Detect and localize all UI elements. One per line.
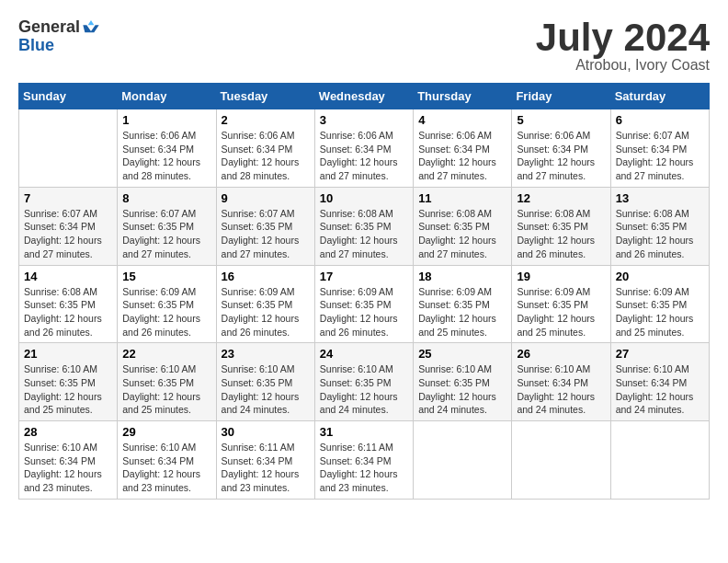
calendar-body: 1Sunrise: 6:06 AMSunset: 6:34 PMDaylight…	[19, 109, 710, 500]
calendar-table: SundayMondayTuesdayWednesdayThursdayFrid…	[18, 83, 710, 500]
day-info: Sunrise: 6:07 AMSunset: 6:35 PMDaylight:…	[122, 207, 210, 261]
calendar-cell: 19Sunrise: 6:09 AMSunset: 6:35 PMDayligh…	[512, 265, 610, 343]
calendar-cell: 27Sunrise: 6:10 AMSunset: 6:34 PMDayligh…	[610, 343, 709, 421]
calendar-cell: 14Sunrise: 6:08 AMSunset: 6:35 PMDayligh…	[19, 265, 118, 343]
calendar-cell	[512, 421, 610, 500]
day-info: Sunrise: 6:10 AMSunset: 6:34 PMDaylight:…	[517, 362, 605, 417]
week-row-1: 1Sunrise: 6:06 AMSunset: 6:34 PMDaylight…	[19, 109, 710, 188]
day-info: Sunrise: 6:09 AMSunset: 6:35 PMDaylight:…	[517, 285, 605, 339]
day-info: Sunrise: 6:06 AMSunset: 6:34 PMDaylight:…	[418, 129, 506, 183]
calendar-cell: 22Sunrise: 6:10 AMSunset: 6:35 PMDayligh…	[118, 343, 216, 421]
day-number: 18	[418, 270, 506, 283]
day-info: Sunrise: 6:06 AMSunset: 6:34 PMDaylight:…	[517, 129, 605, 183]
header-day-thursday: Thursday	[414, 84, 512, 109]
calendar-cell: 23Sunrise: 6:10 AMSunset: 6:35 PMDayligh…	[216, 343, 314, 421]
day-info: Sunrise: 6:10 AMSunset: 6:35 PMDaylight:…	[320, 362, 408, 417]
header-day-friday: Friday	[512, 84, 610, 109]
day-info: Sunrise: 6:10 AMSunset: 6:34 PMDaylight:…	[616, 362, 704, 417]
main-title: July 2024	[536, 18, 710, 57]
day-info: Sunrise: 6:10 AMSunset: 6:35 PMDaylight:…	[24, 362, 112, 417]
calendar-cell: 25Sunrise: 6:10 AMSunset: 6:35 PMDayligh…	[414, 343, 512, 421]
day-info: Sunrise: 6:08 AMSunset: 6:35 PMDaylight:…	[320, 207, 408, 261]
header-day-wednesday: Wednesday	[314, 84, 413, 109]
svg-marker-0	[83, 25, 98, 32]
day-info: Sunrise: 6:06 AMSunset: 6:34 PMDaylight:…	[122, 129, 210, 183]
day-number: 11	[418, 191, 506, 205]
day-number: 7	[24, 191, 112, 205]
day-number: 10	[320, 191, 408, 205]
day-number: 16	[222, 270, 310, 283]
week-row-5: 28Sunrise: 6:10 AMSunset: 6:34 PMDayligh…	[19, 421, 710, 500]
header-day-monday: Monday	[118, 84, 216, 109]
day-info: Sunrise: 6:06 AMSunset: 6:34 PMDaylight:…	[320, 129, 408, 183]
calendar-cell: 18Sunrise: 6:09 AMSunset: 6:35 PMDayligh…	[414, 265, 512, 343]
calendar-cell	[610, 421, 709, 500]
day-number: 19	[517, 270, 605, 283]
day-info: Sunrise: 6:10 AMSunset: 6:34 PMDaylight:…	[122, 441, 210, 495]
day-number: 17	[320, 270, 408, 283]
day-number: 13	[616, 191, 704, 205]
calendar-cell: 3Sunrise: 6:06 AMSunset: 6:34 PMDaylight…	[314, 109, 413, 188]
day-number: 29	[122, 425, 210, 439]
day-number: 24	[320, 347, 408, 361]
calendar-cell: 4Sunrise: 6:06 AMSunset: 6:34 PMDaylight…	[414, 109, 512, 188]
day-number: 4	[418, 113, 506, 127]
day-info: Sunrise: 6:09 AMSunset: 6:35 PMDaylight:…	[418, 285, 506, 339]
day-info: Sunrise: 6:09 AMSunset: 6:35 PMDaylight:…	[616, 285, 704, 339]
day-info: Sunrise: 6:09 AMSunset: 6:35 PMDaylight:…	[222, 285, 310, 339]
day-number: 22	[122, 347, 210, 361]
day-info: Sunrise: 6:10 AMSunset: 6:35 PMDaylight:…	[122, 362, 210, 417]
logo-blue-text: Blue	[18, 37, 100, 55]
day-info: Sunrise: 6:11 AMSunset: 6:34 PMDaylight:…	[320, 441, 408, 495]
title-block: July 2024 Atrobou, Ivory Coast	[536, 18, 710, 74]
day-number: 31	[320, 425, 408, 439]
calendar-cell: 9Sunrise: 6:07 AMSunset: 6:35 PMDaylight…	[216, 187, 314, 265]
day-number: 9	[222, 191, 310, 205]
day-info: Sunrise: 6:09 AMSunset: 6:35 PMDaylight:…	[320, 285, 408, 339]
calendar-cell: 5Sunrise: 6:06 AMSunset: 6:34 PMDaylight…	[512, 109, 610, 188]
calendar-header: SundayMondayTuesdayWednesdayThursdayFrid…	[19, 84, 710, 109]
calendar-cell	[19, 109, 118, 188]
logo: General Blue	[18, 18, 100, 55]
day-number: 25	[418, 347, 506, 361]
day-info: Sunrise: 6:11 AMSunset: 6:34 PMDaylight:…	[222, 441, 310, 495]
calendar-cell: 31Sunrise: 6:11 AMSunset: 6:34 PMDayligh…	[314, 421, 413, 500]
calendar-cell: 12Sunrise: 6:08 AMSunset: 6:35 PMDayligh…	[512, 187, 610, 265]
day-info: Sunrise: 6:08 AMSunset: 6:35 PMDaylight:…	[24, 285, 112, 339]
day-info: Sunrise: 6:08 AMSunset: 6:35 PMDaylight:…	[517, 207, 605, 261]
calendar-cell: 17Sunrise: 6:09 AMSunset: 6:35 PMDayligh…	[314, 265, 413, 343]
svg-marker-1	[88, 20, 95, 25]
week-row-2: 7Sunrise: 6:07 AMSunset: 6:34 PMDaylight…	[19, 187, 710, 265]
day-number: 27	[616, 347, 704, 361]
calendar-cell: 24Sunrise: 6:10 AMSunset: 6:35 PMDayligh…	[314, 343, 413, 421]
calendar-cell: 1Sunrise: 6:06 AMSunset: 6:34 PMDaylight…	[118, 109, 216, 188]
week-row-3: 14Sunrise: 6:08 AMSunset: 6:35 PMDayligh…	[19, 265, 710, 343]
calendar-cell	[414, 421, 512, 500]
day-info: Sunrise: 6:10 AMSunset: 6:35 PMDaylight:…	[418, 362, 506, 417]
day-number: 20	[616, 270, 704, 283]
day-number: 30	[222, 425, 310, 439]
day-number: 23	[222, 347, 310, 361]
day-info: Sunrise: 6:08 AMSunset: 6:35 PMDaylight:…	[616, 207, 704, 261]
day-number: 5	[517, 113, 605, 127]
header-row: SundayMondayTuesdayWednesdayThursdayFrid…	[19, 84, 710, 109]
day-info: Sunrise: 6:09 AMSunset: 6:35 PMDaylight:…	[122, 285, 210, 339]
logo-icon	[82, 18, 100, 37]
header-day-sunday: Sunday	[19, 84, 118, 109]
calendar-cell: 2Sunrise: 6:06 AMSunset: 6:34 PMDaylight…	[216, 109, 314, 188]
calendar-cell: 13Sunrise: 6:08 AMSunset: 6:35 PMDayligh…	[610, 187, 709, 265]
calendar-cell: 28Sunrise: 6:10 AMSunset: 6:34 PMDayligh…	[19, 421, 118, 500]
day-number: 2	[222, 113, 310, 127]
calendar-cell: 10Sunrise: 6:08 AMSunset: 6:35 PMDayligh…	[314, 187, 413, 265]
day-number: 8	[122, 191, 210, 205]
day-number: 28	[24, 425, 112, 439]
day-info: Sunrise: 6:10 AMSunset: 6:35 PMDaylight:…	[222, 362, 310, 417]
calendar-cell: 15Sunrise: 6:09 AMSunset: 6:35 PMDayligh…	[118, 265, 216, 343]
calendar-cell: 6Sunrise: 6:07 AMSunset: 6:34 PMDaylight…	[610, 109, 709, 188]
calendar-cell: 7Sunrise: 6:07 AMSunset: 6:34 PMDaylight…	[19, 187, 118, 265]
day-info: Sunrise: 6:06 AMSunset: 6:34 PMDaylight:…	[222, 129, 310, 183]
day-number: 15	[122, 270, 210, 283]
calendar-cell: 29Sunrise: 6:10 AMSunset: 6:34 PMDayligh…	[118, 421, 216, 500]
day-info: Sunrise: 6:10 AMSunset: 6:34 PMDaylight:…	[24, 441, 112, 495]
day-number: 21	[24, 347, 112, 361]
